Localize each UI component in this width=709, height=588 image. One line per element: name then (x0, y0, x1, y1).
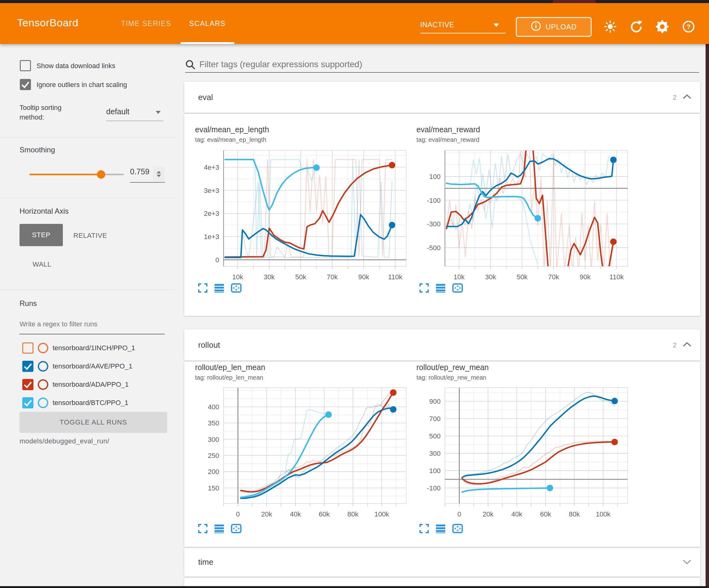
smoothing-underline (130, 182, 165, 183)
filter-tags-input[interactable]: Filter tags (regular expressions support… (200, 59, 362, 69)
run-checkbox[interactable] (22, 342, 33, 354)
svg-text:500: 500 (429, 432, 441, 440)
section-count: 2 (673, 94, 677, 102)
run-checkbox[interactable] (22, 379, 33, 390)
line-chart-rollout-ep-rew-mean[interactable]: 900700500300100-100020k40k60k80k100k (414, 383, 635, 523)
axis-relative-button[interactable]: RELATIVE (73, 232, 107, 240)
fullscreen-icon[interactable] (420, 524, 429, 534)
smoothing-slider-handle[interactable] (97, 170, 105, 179)
svg-text:200: 200 (208, 468, 219, 476)
svg-text:60k: 60k (319, 510, 330, 518)
svg-text:30k: 30k (264, 273, 275, 281)
svg-text:70k: 70k (326, 273, 338, 281)
show-download-links-checkbox[interactable] (20, 60, 31, 71)
svg-text:50k: 50k (517, 273, 528, 281)
refresh-icon[interactable] (629, 20, 643, 33)
section-header-rollout[interactable]: rollout 2 (184, 329, 700, 360)
svg-text:70k: 70k (548, 273, 559, 281)
section-header-time[interactable]: time (184, 548, 700, 577)
runs-label: Runs (20, 299, 37, 308)
upload-button[interactable]: UPLOAD (516, 17, 592, 37)
tooltip-sorting-select[interactable]: default (106, 107, 163, 121)
svg-text:100k: 100k (374, 510, 390, 518)
chart-title: rollout/ep_len_mean (195, 363, 265, 372)
run-label: tensorboard/AAVE/PPO_1 (53, 362, 132, 370)
chevron-down-icon[interactable] (682, 558, 692, 566)
tab-scalars[interactable]: SCALARS (185, 3, 230, 44)
svg-text:110k: 110k (609, 273, 624, 281)
runs-filter-input[interactable]: Write a regex to filter runs (20, 320, 97, 328)
svg-text:-100: -100 (427, 197, 441, 204)
runs-filter-underline (20, 334, 165, 334)
help-icon[interactable]: ? (682, 20, 695, 33)
divider (0, 198, 175, 198)
run-checkbox[interactable] (22, 397, 33, 408)
fit-domain-icon[interactable] (231, 524, 241, 534)
svg-text:80k: 80k (569, 510, 580, 518)
line-chart-eval-mean-ep-length[interactable]: 4e+33e+32e+31e+3010k30k50k70k90k110k (192, 146, 414, 286)
chevron-up-icon[interactable] (682, 341, 692, 349)
smoothing-stepper[interactable] (153, 167, 165, 181)
svg-text:3e+3: 3e+3 (204, 187, 219, 195)
ignore-outliers-checkbox[interactable] (20, 79, 31, 90)
svg-text:1e+3: 1e+3 (204, 233, 219, 240)
fullscreen-icon[interactable] (198, 524, 207, 534)
run-row: tensorboard/BTC/PPO_1 (0, 396, 175, 410)
run-label: tensorboard/ADA/PPO_1 (53, 381, 129, 389)
smoothing-slider-fill (29, 174, 101, 175)
fit-domain-icon[interactable] (231, 283, 241, 294)
smoothing-label: Smoothing (20, 146, 55, 154)
svg-text:40k: 40k (290, 510, 301, 518)
data-table-icon[interactable] (214, 524, 224, 534)
svg-text:10k: 10k (453, 273, 465, 281)
tab-time-series[interactable]: TIME SERIES (119, 3, 174, 44)
svg-text:?: ? (686, 23, 690, 31)
run-color-radio[interactable] (38, 398, 48, 408)
fullscreen-icon[interactable] (420, 283, 429, 294)
svg-text:100: 100 (429, 467, 441, 475)
axis-step-button[interactable]: STEP (20, 224, 63, 246)
section-title: time (198, 557, 213, 567)
svg-text:100: 100 (429, 173, 441, 180)
brightness-icon[interactable] (603, 20, 617, 33)
browser-tab-accent (553, 0, 596, 3)
data-table-icon[interactable] (214, 283, 224, 294)
status-dropdown[interactable]: INACTIVE (420, 18, 506, 33)
svg-text:-500: -500 (427, 244, 441, 252)
data-table-icon[interactable] (436, 283, 446, 294)
chevron-down-icon (494, 24, 499, 27)
run-row: tensorboard/AAVE/PPO_1 (0, 359, 175, 373)
app-header: TensorBoard TIME SERIES SCALARS INACTIVE… (0, 3, 709, 44)
svg-text:90k: 90k (580, 273, 591, 281)
smoothing-value[interactable]: 0.759 (130, 167, 150, 176)
fit-domain-icon[interactable] (452, 524, 463, 534)
run-color-radio[interactable] (38, 361, 48, 372)
chevron-up-icon[interactable] (682, 94, 692, 102)
scrollbar[interactable] (706, 9, 709, 588)
divider (0, 289, 175, 290)
axis-wall-button[interactable]: WALL (32, 260, 51, 269)
stepper-up-icon[interactable] (157, 171, 161, 173)
section-title: rollout (198, 340, 220, 350)
toggle-all-runs-button[interactable]: TOGGLE ALL RUNS (20, 412, 167, 433)
fullscreen-icon[interactable] (198, 283, 207, 294)
settings-gear-icon[interactable] (655, 20, 669, 33)
ignore-outliers-label: Ignore outliers in chart scaling (36, 81, 175, 89)
svg-text:20k: 20k (483, 510, 494, 518)
runs-base-path: models/debugged_eval_run/ (20, 437, 109, 445)
section-header-eval[interactable]: eval 2 (184, 82, 700, 113)
run-color-radio[interactable] (38, 379, 48, 390)
line-chart-eval-mean-reward[interactable]: 100-100-300-50010k30k50k70k90k110k (414, 146, 635, 286)
fit-domain-icon[interactable] (452, 283, 463, 294)
run-checkbox[interactable] (22, 361, 33, 372)
svg-text:0: 0 (457, 510, 461, 518)
stepper-down-icon[interactable] (157, 175, 161, 177)
svg-text:0: 0 (236, 510, 240, 518)
show-download-links-label: Show data download links (36, 62, 115, 70)
run-color-radio[interactable] (38, 343, 48, 353)
svg-text:-300: -300 (427, 220, 441, 228)
chart-title: eval/mean_ep_length (195, 125, 269, 134)
svg-text:50k: 50k (295, 273, 306, 281)
line-chart-rollout-ep-len-mean[interactable]: 400350300250200150020k40k60k80k100k (192, 383, 414, 523)
data-table-icon[interactable] (436, 524, 446, 534)
